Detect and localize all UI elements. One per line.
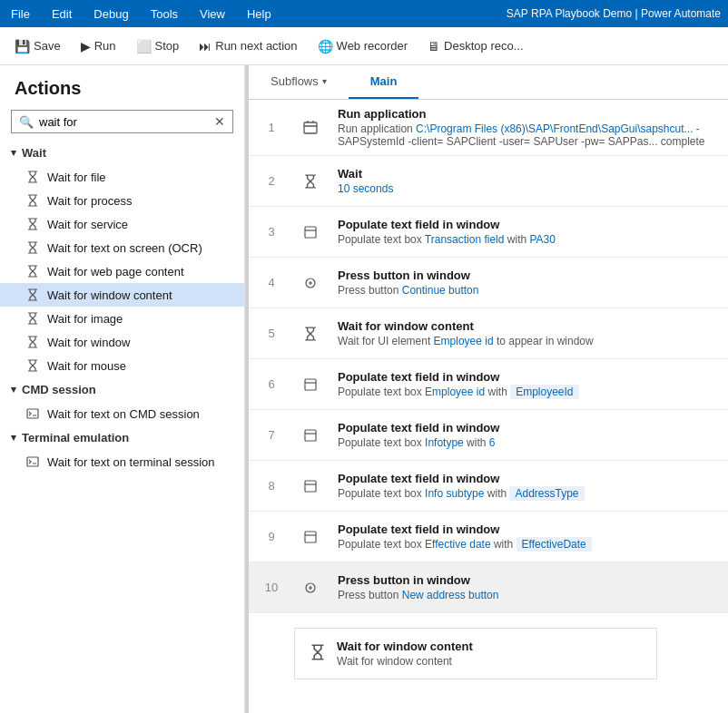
save-icon: 💾 <box>15 39 30 54</box>
main-layout: Actions 🔍 ✕ ▾ Wait Wait for file <box>0 65 728 713</box>
table-row: 3 Populate text field in window Populate… <box>249 207 728 258</box>
table-row: 2 Wait 10 seconds <box>249 156 728 207</box>
step-content: Populate text field in window Populate t… <box>327 359 728 409</box>
step-content: Populate text field in window Populate t… <box>327 410 728 460</box>
action-wait-for-process-label: Wait for process <box>47 194 132 208</box>
step-content: Populate text field in window Populate t… <box>327 207 728 257</box>
web-recorder-icon: 🌐 <box>318 39 333 54</box>
hourglass-icon <box>25 240 40 255</box>
sidebar-title: Actions <box>0 65 244 106</box>
step-number: 10 <box>249 562 294 612</box>
action-wait-for-window-content[interactable]: Wait for window content <box>0 283 244 307</box>
category-terminal[interactable]: ▾ Terminal emulation <box>0 425 244 450</box>
clear-icon[interactable]: ✕ <box>214 114 225 129</box>
menu-bar: File Edit Debug Tools View Help <box>7 7 275 21</box>
step-number: 1 <box>249 100 294 155</box>
hourglass-icon <box>25 311 40 326</box>
step-title: Wait <box>338 167 717 181</box>
run-icon: ▶ <box>81 39 91 54</box>
stop-button[interactable]: ⬜ Stop <box>129 35 187 57</box>
step-title: Run application <box>338 107 717 121</box>
menu-help[interactable]: Help <box>243 7 275 21</box>
category-wait[interactable]: ▾ Wait <box>0 141 244 165</box>
menu-debug[interactable]: Debug <box>90 7 132 21</box>
web-recorder-button[interactable]: 🌐 Web recorder <box>310 35 416 57</box>
title-bar: File Edit Debug Tools View Help SAP RPA … <box>0 0 728 27</box>
table-row: 5 Wait for window content Wait for UI el… <box>249 308 728 359</box>
step-icon <box>294 258 327 308</box>
step-title: Populate text field in window <box>338 370 717 384</box>
app-title: SAP RPA Playbook Demo | Power Automate <box>507 7 721 20</box>
step-desc: Populate text box Info subtype with Addr… <box>338 487 717 500</box>
action-wait-for-mouse[interactable]: Wait for mouse <box>0 354 244 377</box>
action-wait-for-text-terminal[interactable]: Wait for text on terminal session <box>0 450 244 474</box>
step-content: Press button in window Press button Cont… <box>327 258 728 308</box>
action-wait-for-web-page-label: Wait for web page content <box>47 265 184 278</box>
step-desc: Run application C:\Program Files (x86)\S… <box>338 122 717 148</box>
action-wait-for-text-terminal-label: Wait for text on terminal session <box>47 455 214 469</box>
step-icon <box>294 100 327 155</box>
mini-card: Wait for window content Wait for window … <box>294 628 657 679</box>
action-wait-for-file-label: Wait for file <box>47 171 106 184</box>
step-desc: Populate text box Employee id with Emplo… <box>338 386 717 398</box>
action-wait-for-window[interactable]: Wait for window <box>0 330 244 354</box>
action-wait-for-mouse-label: Wait for mouse <box>47 359 126 373</box>
action-wait-for-text-cmd[interactable]: Wait for text on CMD session <box>0 402 244 425</box>
svg-rect-8 <box>305 532 316 542</box>
step-number: 8 <box>249 461 294 511</box>
action-wait-for-image[interactable]: Wait for image <box>0 307 244 330</box>
category-cmd-label: CMD session <box>22 383 96 396</box>
stop-icon: ⬜ <box>136 39 152 54</box>
tab-subflows-label: Subflows <box>271 74 319 88</box>
menu-file[interactable]: File <box>7 7 34 21</box>
tab-subflows[interactable]: Subflows ▾ <box>249 65 349 99</box>
run-button[interactable]: ▶ Run <box>74 35 123 57</box>
menu-edit[interactable]: Edit <box>48 7 75 21</box>
tab-main[interactable]: Main <box>349 65 419 99</box>
menu-view[interactable]: View <box>196 7 229 21</box>
search-input[interactable] <box>39 115 209 129</box>
action-wait-for-window-content-label: Wait for window content <box>47 288 172 302</box>
category-cmd[interactable]: ▾ CMD session <box>0 377 244 402</box>
step-content: Run application Run application C:\Progr… <box>327 100 728 155</box>
action-wait-for-text-ocr[interactable]: Wait for text on screen (OCR) <box>0 236 244 259</box>
action-wait-for-service[interactable]: Wait for service <box>0 212 244 236</box>
menu-tools[interactable]: Tools <box>147 7 182 21</box>
desktop-recorder-button[interactable]: 🖥 Desktop reco... <box>420 35 530 57</box>
step-title: Press button in window <box>338 269 717 282</box>
step-content: Populate text field in window Populate t… <box>327 461 728 511</box>
step-content: Wait 10 seconds <box>327 156 728 206</box>
save-button[interactable]: 💾 Save <box>7 35 68 57</box>
step-desc: Populate text box Infotype with 6 <box>338 436 717 449</box>
step-number: 6 <box>249 359 294 409</box>
svg-rect-6 <box>305 430 316 441</box>
step-icon <box>294 410 327 460</box>
category-wait-label: Wait <box>22 146 46 160</box>
hourglass-icon <box>25 264 40 278</box>
svg-rect-3 <box>305 227 316 238</box>
desktop-recorder-icon: 🖥 <box>428 39 440 54</box>
step-desc: Populate text box Effective date with Ef… <box>338 538 717 551</box>
step-title: Populate text field in window <box>338 421 717 435</box>
step-icon <box>294 562 327 612</box>
step-title: Press button in window <box>338 573 717 587</box>
mini-card-content: Wait for window content Wait for window … <box>337 640 473 668</box>
run-next-action-button[interactable]: ⏭ Run next action <box>192 35 304 57</box>
step-content: Wait for window content Wait for UI elem… <box>327 308 728 358</box>
stop-label: Stop <box>155 39 180 53</box>
step-content: Populate text field in window Populate t… <box>327 512 728 562</box>
step-icon <box>294 512 327 562</box>
action-wait-for-web-page[interactable]: Wait for web page content <box>0 259 244 283</box>
action-wait-for-file[interactable]: Wait for file <box>0 165 244 189</box>
cmd-icon <box>25 406 40 421</box>
action-wait-for-process[interactable]: Wait for process <box>0 189 244 212</box>
steps-list: 1 Run application Run application C:\Pro… <box>249 100 728 713</box>
terminal-icon <box>25 454 40 469</box>
step-icon <box>294 359 327 409</box>
hourglass-icon <box>25 358 40 373</box>
category-cmd-expand-icon: ▾ <box>11 384 16 396</box>
sidebar: Actions 🔍 ✕ ▾ Wait Wait for file <box>0 65 245 713</box>
search-icon: 🔍 <box>19 115 34 129</box>
step-number: 5 <box>249 308 294 358</box>
desktop-recorder-label: Desktop reco... <box>444 39 523 53</box>
